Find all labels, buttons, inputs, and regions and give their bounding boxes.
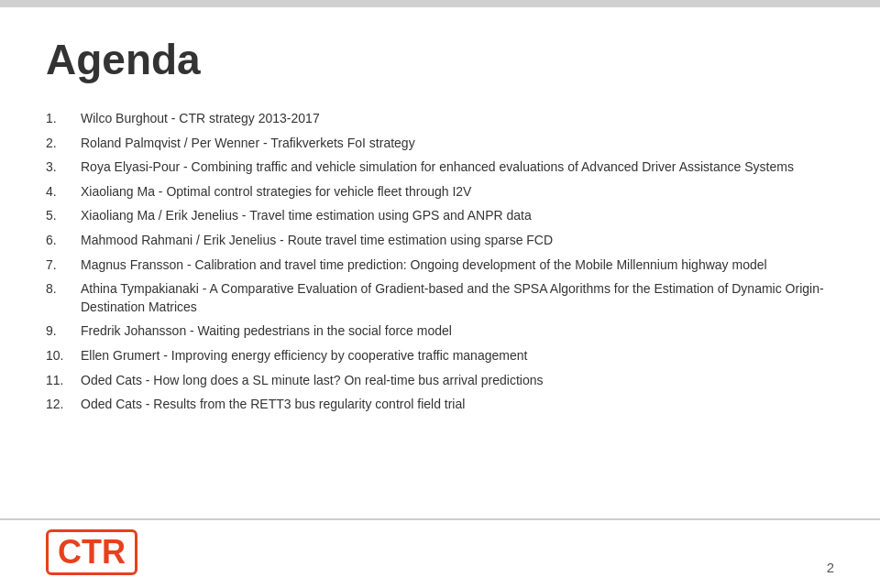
list-item: 7.Magnus Fransson - Calibration and trav… (46, 256, 834, 275)
content-area: Agenda 1.Wilco Burghout - CTR strategy 2… (0, 7, 880, 518)
item-text: Fredrik Johansson - Waiting pedestrians … (81, 322, 834, 341)
main-content: Agenda 1.Wilco Burghout - CTR strategy 2… (46, 35, 834, 500)
list-item: 4.Xiaoliang Ma - Optimal control strateg… (46, 183, 834, 201)
item-number: 2. (46, 135, 81, 153)
item-number: 4. (46, 183, 81, 201)
slide-number: 2 (827, 560, 834, 575)
list-item: 9.Fredrik Johansson - Waiting pedestrian… (46, 322, 834, 341)
list-item: 8.Athina Tympakianaki - A Comparative Ev… (46, 280, 834, 316)
item-text: Oded Cats - How long does a SL minute la… (81, 372, 834, 390)
item-number: 8. (46, 280, 81, 316)
item-number: 5. (46, 207, 81, 225)
item-number: 1. (46, 110, 81, 128)
agenda-list: 1.Wilco Burghout - CTR strategy 2013-201… (46, 110, 834, 414)
list-item: 10.Ellen Grumert - Improving energy effi… (46, 347, 834, 365)
item-text: Roland Palmqvist / Per Wenner - Trafikve… (81, 135, 834, 153)
ctr-logo: CTR (46, 529, 138, 575)
item-text: Oded Cats - Results from the RETT3 bus r… (81, 396, 834, 414)
logo-text: CTR (46, 529, 138, 575)
list-item: 6.Mahmood Rahmani / Erik Jenelius - Rout… (46, 232, 834, 250)
item-text: Athina Tympakianaki - A Comparative Eval… (81, 280, 834, 316)
item-number: 3. (46, 158, 81, 177)
item-number: 9. (46, 322, 81, 341)
item-text: Xiaoliang Ma / Erik Jenelius - Travel ti… (81, 207, 834, 225)
item-text: Wilco Burghout - CTR strategy 2013-2017 (81, 110, 834, 128)
bottom-area: CTR 2 (0, 520, 880, 588)
item-text: Magnus Fransson - Calibration and travel… (81, 256, 834, 275)
item-text: Ellen Grumert - Improving energy efficie… (81, 347, 834, 365)
list-item: 11.Oded Cats - How long does a SL minute… (46, 372, 834, 390)
list-item: 3.Roya Elyasi-Pour - Combining traffic a… (46, 158, 834, 177)
item-number: 11. (46, 372, 81, 390)
item-number: 6. (46, 232, 81, 250)
list-item: 2.Roland Palmqvist / Per Wenner - Trafik… (46, 135, 834, 153)
slide: Agenda 1.Wilco Burghout - CTR strategy 2… (0, 0, 880, 588)
slide-title: Agenda (46, 35, 834, 84)
item-number: 7. (46, 256, 81, 275)
item-text: Mahmood Rahmani / Erik Jenelius - Route … (81, 232, 834, 250)
list-item: 12.Oded Cats - Results from the RETT3 bu… (46, 396, 834, 414)
item-text: Roya Elyasi-Pour - Combining traffic and… (81, 158, 834, 177)
item-number: 12. (46, 396, 81, 414)
item-number: 10. (46, 347, 81, 365)
top-bar (0, 0, 880, 7)
item-text: Xiaoliang Ma - Optimal control strategie… (81, 183, 834, 201)
list-item: 1.Wilco Burghout - CTR strategy 2013-201… (46, 110, 834, 128)
list-item: 5.Xiaoliang Ma / Erik Jenelius - Travel … (46, 207, 834, 225)
